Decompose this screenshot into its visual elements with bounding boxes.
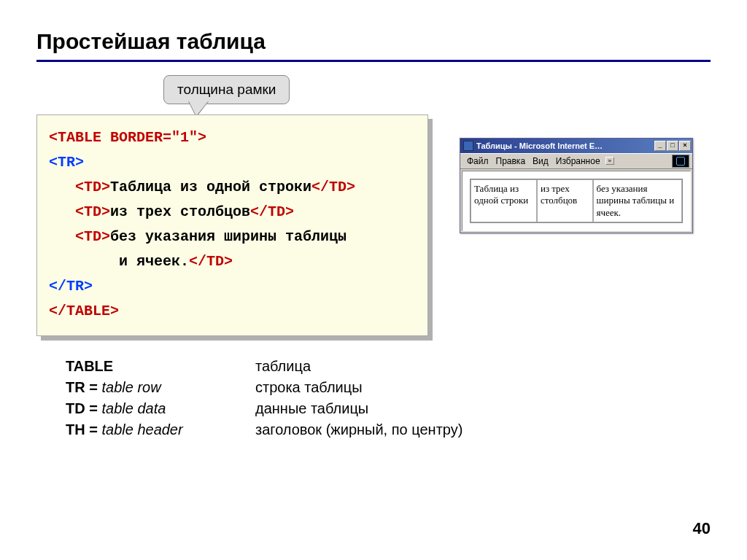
code-tr-open: <TR> — [49, 154, 84, 171]
code-td3-text1: без указания ширины таблицы — [110, 228, 347, 245]
page-title: Простейшая таблица — [0, 0, 747, 60]
defs-row-tr: TR = table row строка таблицы — [66, 379, 711, 396]
browser-menubar: Файл Правка Вид Избранное » — [460, 153, 692, 169]
defs-desc-td: данные таблицы — [255, 400, 368, 417]
rendered-table: Таблица из одной строки из трех столбцов… — [470, 179, 683, 223]
ie-icon — [463, 141, 473, 151]
defs-row-td: TD = table data данные таблицы — [66, 400, 711, 417]
defs-desc-tr: строка таблицы — [255, 379, 363, 396]
code-td1-close: </TD> — [311, 179, 355, 195]
code-td3-text2: и ячеек. — [49, 253, 189, 270]
defs-term-tr: TR = table row — [66, 379, 255, 396]
code-table-open: <TABLE — [49, 129, 101, 146]
menu-edit[interactable]: Правка — [492, 156, 530, 166]
code-td2-text: из трех столбцов — [110, 203, 250, 220]
minimize-button[interactable]: _ — [654, 141, 666, 151]
menu-file[interactable]: Файл — [463, 156, 492, 166]
code-td3-open: <TD> — [75, 228, 110, 245]
browser-window: Таблицы - Microsoft Internet E… _ □ × Фа… — [460, 138, 693, 233]
definitions-list: TABLE таблица TR = table row строка табл… — [66, 358, 711, 438]
code-td2-open: <TD> — [75, 203, 110, 220]
defs-term-table: TABLE — [66, 358, 255, 375]
code-border-attr: BORDER="1" — [101, 129, 198, 146]
browser-title: Таблицы - Microsoft Internet E… — [476, 141, 654, 150]
browser-content: Таблица из одной строки из трех столбцов… — [462, 171, 691, 231]
maximize-button[interactable]: □ — [667, 141, 678, 151]
defs-term-td: TD = table data — [66, 400, 255, 417]
browser-titlebar[interactable]: Таблицы - Microsoft Internet E… _ □ × — [460, 139, 692, 153]
table-row: Таблица из одной строки из трех столбцов… — [471, 179, 682, 222]
code-block: <TABLE BORDER="1"> <TR> <TD>Таблица из о… — [36, 114, 428, 336]
content-row: <TABLE BORDER="1"> <TR> <TD>Таблица из о… — [36, 114, 711, 336]
code-td2-close: </TD> — [250, 203, 294, 220]
menu-view[interactable]: Вид — [529, 156, 552, 166]
throbber-icon — [672, 155, 689, 168]
callout-tail-fill — [189, 101, 208, 116]
code-table-open-end: > — [198, 129, 206, 146]
defs-row-table: TABLE таблица — [66, 358, 711, 375]
menu-favorites[interactable]: Избранное — [552, 156, 604, 166]
defs-desc-th: заголовок (жирный, по центру) — [255, 421, 462, 438]
callout-area: толщина рамки — [0, 62, 747, 114]
code-td1-open: <TD> — [75, 179, 110, 195]
menu-more[interactable]: » — [605, 157, 614, 165]
table-cell-3: без указания ширины таблицы и ячеек. — [593, 179, 683, 222]
code-tr-close: </TR> — [49, 278, 93, 295]
defs-row-th: TH = table header заголовок (жирный, по … — [66, 421, 711, 438]
table-cell-2: из трех столбцов — [537, 179, 593, 222]
close-button[interactable]: × — [679, 141, 691, 151]
defs-term-th: TH = table header — [66, 421, 255, 438]
code-td3-close: </TD> — [189, 253, 233, 270]
table-cell-1: Таблица из одной строки — [471, 179, 537, 222]
code-table-close: </TABLE> — [49, 303, 119, 319]
window-buttons: _ □ × — [654, 141, 691, 151]
callout-bubble: толщина рамки — [163, 75, 290, 104]
defs-desc-table: таблица — [255, 358, 311, 375]
page-number: 40 — [693, 519, 711, 538]
code-td1-text: Таблица из одной строки — [110, 179, 311, 195]
